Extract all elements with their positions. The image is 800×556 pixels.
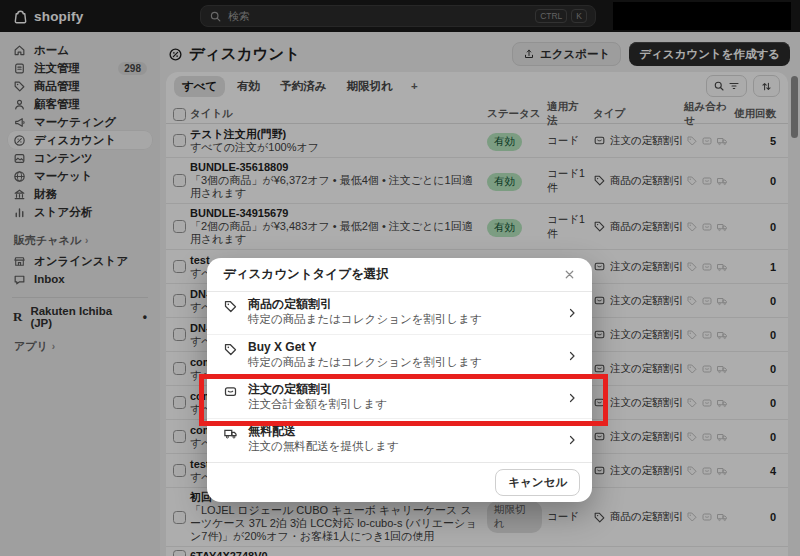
modal-title: ディスカウントタイプを選択 [223, 266, 389, 283]
truck-icon [223, 426, 238, 441]
chevron-right-icon [566, 348, 578, 362]
close-icon[interactable] [563, 268, 576, 281]
cancel-button[interactable]: キャンセル [495, 469, 580, 496]
chevron-right-icon [566, 432, 578, 446]
modal-option-text: 商品の定額割引特定の商品またはコレクションを割引します [248, 297, 482, 334]
tag-icon [223, 299, 238, 314]
modal-option-Buy X Get Y[interactable]: Buy X Get Y特定の商品またはコレクションを割引します [207, 334, 592, 376]
modal-header: ディスカウントタイプを選択 [207, 258, 592, 292]
modal-option-text: Buy X Get Y特定の商品またはコレクションを割引します [248, 340, 482, 376]
modal-option-title: 無料配送 [248, 424, 399, 439]
modal-option-title: 商品の定額割引 [248, 297, 482, 312]
chevron-right-icon [566, 350, 578, 362]
modal-option-desc: 特定の商品またはコレクションを割引します [248, 312, 482, 327]
modal-option-title: Buy X Get Y [248, 340, 482, 355]
modal-footer: キャンセル [207, 462, 592, 502]
modal-option-商品の定額割引[interactable]: 商品の定額割引特定の商品またはコレクションを割引します [207, 292, 592, 334]
modal-option-text: 無料配送注文の無料配送を提供します [248, 424, 399, 460]
tag-icon [223, 342, 238, 357]
chevron-right-icon [566, 434, 578, 446]
modal-option-desc: 注文の無料配送を提供します [248, 439, 399, 454]
highlight-rectangle [199, 374, 608, 426]
modal-option-desc: 特定の商品またはコレクションを割引します [248, 355, 482, 370]
chevron-right-icon [566, 307, 578, 319]
chevron-right-icon [566, 305, 578, 319]
